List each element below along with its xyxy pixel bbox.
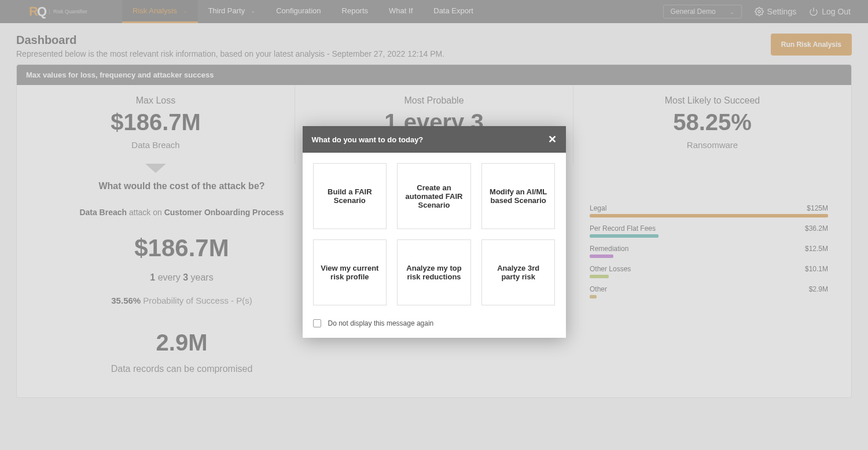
welcome-modal: What do you want to do today? ✕ Build a … (303, 126, 566, 338)
action-card-grid: Build a FAIR ScenarioCreate an automated… (313, 163, 556, 305)
action-card[interactable]: Analyze 3rd party risk (481, 239, 556, 305)
close-icon[interactable]: ✕ (548, 134, 557, 145)
action-card[interactable]: Build a FAIR Scenario (313, 163, 387, 229)
dont-show-checkbox[interactable] (313, 319, 321, 327)
modal-body: Build a FAIR ScenarioCreate an automated… (303, 153, 566, 316)
action-card[interactable]: View my current risk profile (313, 239, 387, 305)
dont-show-label: Do not display this message again (328, 319, 434, 327)
modal-title: What do you want to do today? (312, 135, 424, 144)
action-card[interactable]: Modify an AI/ML based Scenario (481, 163, 556, 229)
modal-overlay: What do you want to do today? ✕ Build a … (0, 0, 868, 450)
modal-footer: Do not display this message again (303, 316, 566, 338)
action-card[interactable]: Create an automated FAIR Scenario (397, 163, 471, 229)
modal-header: What do you want to do today? ✕ (303, 126, 566, 153)
action-card[interactable]: Analyze my top risk reductions (397, 239, 471, 305)
